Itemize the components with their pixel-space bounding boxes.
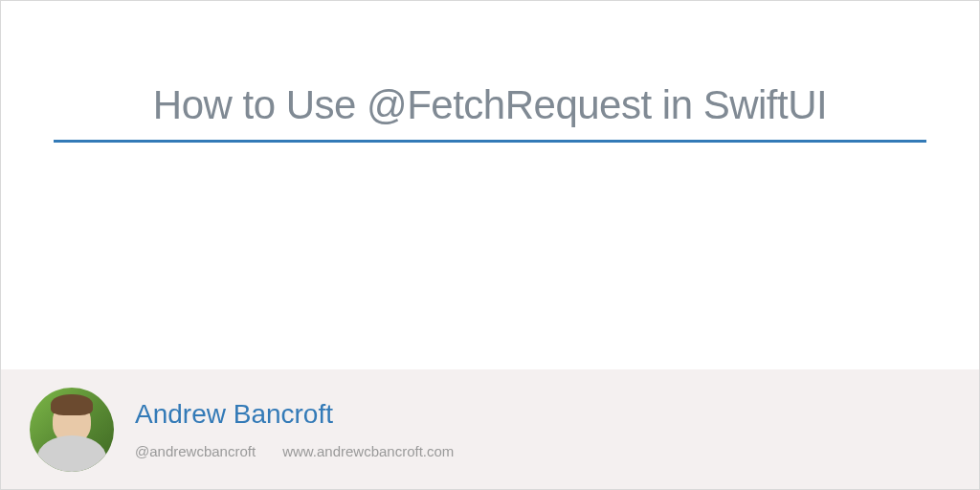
author-footer: Andrew Bancroft @andrewcbancroft www.and… bbox=[1, 369, 979, 489]
author-info: Andrew Bancroft @andrewcbancroft www.and… bbox=[135, 399, 454, 459]
author-avatar bbox=[30, 388, 114, 472]
page-title: How to Use @FetchRequest in SwiftUI bbox=[54, 82, 926, 143]
author-meta: @andrewcbancroft www.andrewcbancroft.com bbox=[135, 443, 454, 459]
main-content: How to Use @FetchRequest in SwiftUI bbox=[1, 1, 979, 143]
author-handle: @andrewcbancroft bbox=[135, 443, 256, 459]
author-name: Andrew Bancroft bbox=[135, 399, 454, 430]
author-website: www.andrewcbancroft.com bbox=[282, 443, 454, 459]
